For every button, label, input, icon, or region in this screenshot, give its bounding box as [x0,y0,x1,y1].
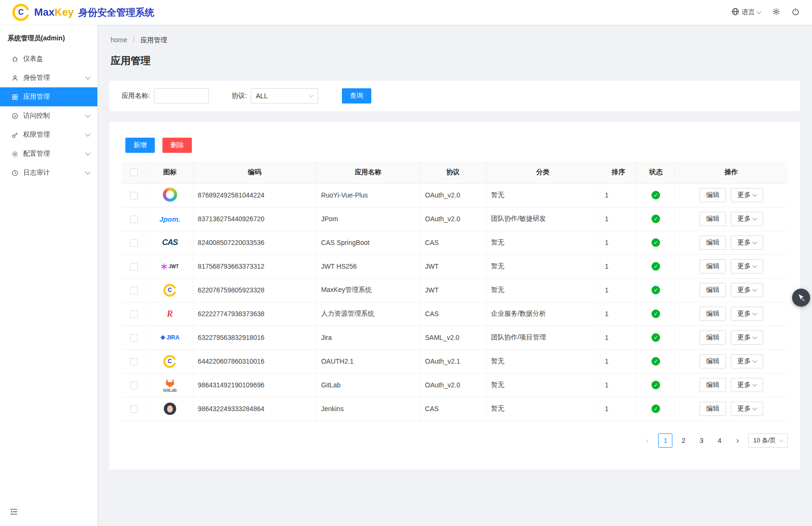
protocol-select-value: ALL [256,92,268,100]
protocol-select[interactable]: ALL [251,88,318,103]
edit-button[interactable]: 编辑 [699,378,726,392]
more-button[interactable]: 更多 [731,402,763,416]
row-checkbox[interactable] [130,358,138,366]
edit-button[interactable]: 编辑 [699,188,726,202]
app-category: 暂无 [486,397,600,421]
table-row: R622227747938373638人力资源管理系统CAS企业服务/数据分析1… [122,302,788,326]
topbar: C MaxKey 身份安全管理系统 语言 [0,0,812,25]
app-category: 暂无 [486,254,600,278]
status-enabled-icon: ✓ [651,262,660,271]
sidebar-item-configuration[interactable]: 配置管理 [0,144,97,163]
table-row: CAS824008507220033536CAS SpringBootCAS暂无… [122,231,788,254]
sidebar-item-identity-management[interactable]: 身份管理 [0,68,97,87]
column-header: 图标 [147,161,193,183]
app-code: 817568793663373312 [193,254,316,278]
row-checkbox[interactable] [130,310,138,318]
pagination-page-1[interactable]: 1 [658,433,672,448]
row-checkbox[interactable] [130,287,138,294]
sidebar-item-label: 身份管理 [23,74,81,82]
edit-button[interactable]: 编辑 [699,212,726,226]
row-checkbox[interactable] [130,405,138,413]
row-checkbox[interactable] [130,216,138,223]
more-button[interactable]: 更多 [731,188,763,202]
app-code: 632279563832918016 [193,326,316,349]
more-button[interactable]: 更多 [731,212,763,226]
row-checkbox[interactable] [130,239,138,247]
menu-fold-icon [9,507,18,517]
delete-button[interactable]: 删除 [162,138,192,153]
status-enabled-icon: ✓ [651,310,660,318]
chevron-down-icon [779,437,784,442]
breadcrumb-home[interactable]: home [111,36,127,44]
pagination-page-2[interactable]: 2 [676,433,690,448]
app-name: OAUTH2.1 [316,349,420,373]
settings-button[interactable] [772,8,780,17]
more-button[interactable]: 更多 [731,354,763,368]
app-sort: 1 [600,207,637,231]
table-row: C644220607860310016OAUTH2.1OAuth_v2.1暂无1… [122,349,788,373]
app-protocol: CAS [420,302,486,326]
app-code: 622227747938373638 [193,302,316,326]
sidebar-item-log-audit[interactable]: 日志审计 [0,163,97,182]
add-button[interactable]: 新增 [125,138,155,153]
more-button[interactable]: 更多 [731,259,763,273]
sidebar-item-access-control[interactable]: 访问控制 [0,106,97,125]
app-category: 暂无 [486,349,600,373]
app-protocol: CAS [420,397,486,421]
pagination-prev[interactable]: ‹ [640,433,654,448]
app-sort: 1 [600,278,637,302]
app-sort: 1 [600,302,637,326]
chevron-down-icon [85,112,90,117]
more-button[interactable]: 更多 [731,378,763,392]
app-protocol: JWT [420,254,486,278]
edit-button[interactable]: 编辑 [699,235,726,250]
search-button[interactable]: 查询 [342,88,371,103]
app-category: 企业服务/数据分析 [486,302,600,326]
table-row: JWT817568793663373312JWT HS256JWT暂无1✓编辑更… [122,254,788,278]
app-protocol: OAuth_v2.0 [420,207,486,231]
more-button[interactable]: 更多 [731,330,763,345]
sidebar-item-application-management[interactable]: 应用管理 [0,87,97,106]
app-name-input[interactable] [154,88,209,103]
more-button[interactable]: 更多 [731,283,763,297]
jwt-icon: JWT [161,259,179,273]
edit-button[interactable]: 编辑 [699,354,726,368]
app-category: 团队协作/敏捷研发 [486,207,600,231]
row-checkbox[interactable] [130,192,138,199]
access-icon [11,113,19,120]
status-enabled-icon: ✓ [651,286,660,294]
column-header: 协议 [420,161,486,183]
language-switcher[interactable]: 语言 [731,8,761,17]
more-button[interactable]: 更多 [731,235,763,250]
pagination-page-4[interactable]: 4 [712,433,727,448]
jpom-icon: Jpom. [160,212,180,226]
select-all-checkbox[interactable] [130,169,138,176]
breadcrumb-current: 应用管理 [141,36,167,44]
more-button[interactable]: 更多 [731,307,763,321]
maxkey-logo-icon: C [12,4,29,21]
edit-button[interactable]: 编辑 [699,307,726,321]
dashboard-icon [11,56,19,63]
row-checkbox[interactable] [130,334,138,342]
edit-button[interactable]: 编辑 [699,402,726,416]
pagination-page-3[interactable]: 3 [694,433,708,448]
app-code: 644220607860310016 [193,349,316,373]
column-header: 分类 [486,161,600,183]
permission-icon [11,132,19,139]
page-size-select[interactable]: 10 条/页 [748,433,788,448]
row-checkbox[interactable] [130,382,138,389]
menu-collapse-button[interactable] [9,507,18,517]
logout-button[interactable] [792,8,800,17]
row-checkbox[interactable] [130,263,138,271]
pagination-next[interactable]: › [730,433,745,448]
floating-tool-button[interactable] [792,289,810,307]
chevron-down-icon [753,406,757,411]
brand-subtitle: 身份安全管理系统 [78,7,154,18]
table-row: Jpom.837136275440926720JPomOAuth_v2.0团队协… [122,207,788,231]
sidebar-item-dashboard[interactable]: 仪表盘 [0,49,97,68]
edit-button[interactable]: 编辑 [699,283,726,297]
edit-button[interactable]: 编辑 [699,259,726,273]
app-code: 622076759805923328 [193,278,316,302]
sidebar-item-permission-management[interactable]: 权限管理 [0,125,97,144]
edit-button[interactable]: 编辑 [699,330,726,345]
